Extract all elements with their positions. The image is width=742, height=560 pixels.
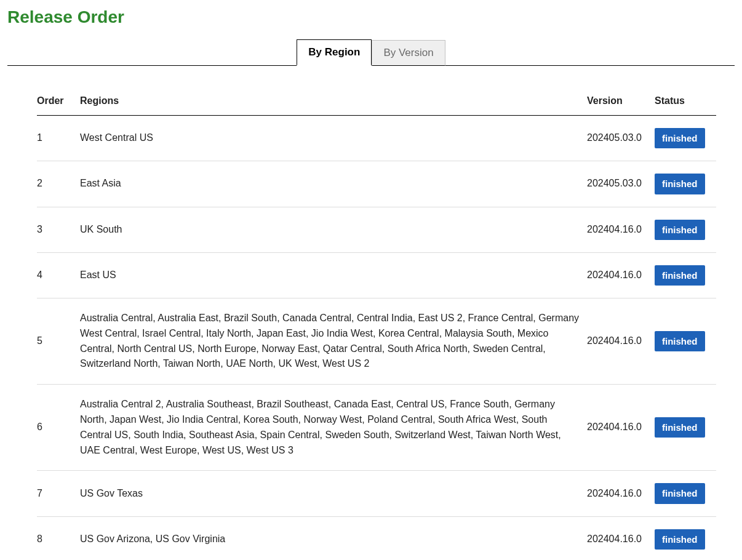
tab-strip: By Region By Version xyxy=(7,38,735,66)
cell-status: finished xyxy=(655,298,716,385)
cell-status: finished xyxy=(655,385,716,471)
cell-status: finished xyxy=(655,252,716,298)
status-badge: finished xyxy=(655,128,705,148)
cell-regions: Australia Central 2, Australia Southeast… xyxy=(80,385,587,471)
cell-status: finished xyxy=(655,161,716,207)
cell-version: 202404.16.0 xyxy=(587,252,655,298)
cell-regions: Australia Central, Australia East, Brazi… xyxy=(80,298,587,385)
cell-order: 2 xyxy=(37,161,80,207)
status-badge: finished xyxy=(655,483,705,503)
cell-order: 4 xyxy=(37,252,80,298)
cell-status: finished xyxy=(655,471,716,516)
status-badge: finished xyxy=(655,529,705,550)
status-badge: finished xyxy=(655,265,705,286)
cell-status: finished xyxy=(655,116,716,161)
status-badge: finished xyxy=(655,174,705,194)
table-row: 1West Central US202405.03.0finished xyxy=(37,116,716,161)
table-row: 5Australia Central, Australia East, Braz… xyxy=(37,298,716,385)
table-row: 6Australia Central 2, Australia Southeas… xyxy=(37,385,716,471)
release-order-table: Order Regions Version Status 1West Centr… xyxy=(37,87,716,560)
tab-by-version[interactable]: By Version xyxy=(372,40,445,66)
table-row: 3UK South202404.16.0finished xyxy=(37,207,716,252)
cell-order: 7 xyxy=(37,471,80,516)
cell-order: 1 xyxy=(37,116,80,161)
cell-regions: US Gov Arizona, US Gov Virginia xyxy=(80,516,587,560)
col-status: Status xyxy=(655,87,716,116)
cell-status: finished xyxy=(655,207,716,252)
status-badge: finished xyxy=(655,331,705,351)
cell-regions: West Central US xyxy=(80,116,587,161)
cell-regions: US Gov Texas xyxy=(80,471,587,516)
table-row: 4East US202404.16.0finished xyxy=(37,252,716,298)
cell-regions: East US xyxy=(80,252,587,298)
page-title: Release Order xyxy=(7,7,735,27)
table-row: 8US Gov Arizona, US Gov Virginia202404.1… xyxy=(37,516,716,560)
cell-version: 202404.16.0 xyxy=(587,516,655,560)
cell-version: 202404.16.0 xyxy=(587,207,655,252)
col-order: Order xyxy=(37,87,80,116)
table-row: 2East Asia202405.03.0finished xyxy=(37,161,716,207)
cell-version: 202405.03.0 xyxy=(587,116,655,161)
cell-version: 202404.16.0 xyxy=(587,298,655,385)
cell-order: 8 xyxy=(37,516,80,560)
cell-order: 5 xyxy=(37,298,80,385)
col-regions: Regions xyxy=(80,87,587,116)
table-row: 7US Gov Texas202404.16.0finished xyxy=(37,471,716,516)
tab-by-region[interactable]: By Region xyxy=(297,39,372,66)
col-version: Version xyxy=(587,87,655,116)
cell-version: 202405.03.0 xyxy=(587,161,655,207)
cell-status: finished xyxy=(655,516,716,560)
cell-regions: East Asia xyxy=(80,161,587,207)
cell-version: 202404.16.0 xyxy=(587,471,655,516)
cell-order: 3 xyxy=(37,207,80,252)
cell-version: 202404.16.0 xyxy=(587,385,655,471)
status-badge: finished xyxy=(655,417,705,438)
cell-regions: UK South xyxy=(80,207,587,252)
cell-order: 6 xyxy=(37,385,80,471)
status-badge: finished xyxy=(655,220,705,240)
